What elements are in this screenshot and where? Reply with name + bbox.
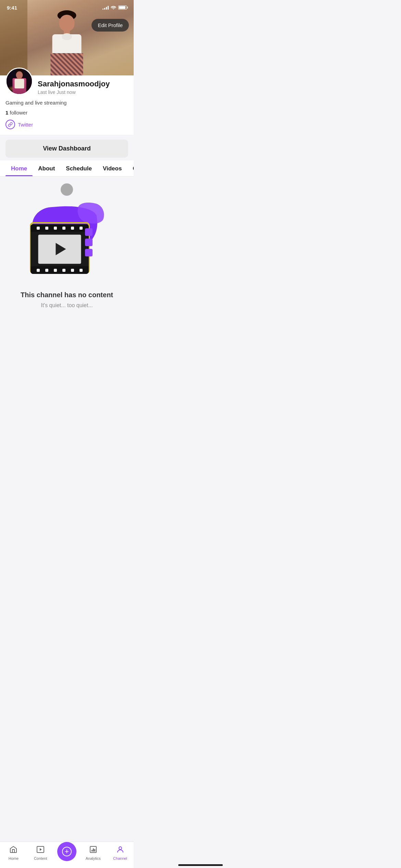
tab-about[interactable]: About <box>33 160 60 176</box>
twitter-label: Twitter <box>18 122 33 128</box>
tabs: Home About Schedule Videos Cl... <box>0 160 134 177</box>
empty-illustration: This channel has no content It's quiet..… <box>21 206 113 309</box>
username: Sarahjonasmoodjoy <box>38 80 128 88</box>
twitter-link[interactable]: Twitter <box>5 120 128 129</box>
status-bar: 9:41 <box>0 0 134 15</box>
scroll-indicator <box>61 183 73 196</box>
avatar <box>5 68 33 95</box>
edit-profile-button[interactable]: Edit Profile <box>92 19 129 32</box>
empty-subtitle: It's quiet... too quiet... <box>41 302 93 309</box>
view-dashboard-button[interactable]: View Dashboard <box>5 140 128 158</box>
battery-icon <box>118 5 127 10</box>
username-block: Sarahjonasmoodjoy Last live Just now <box>38 80 128 95</box>
profile-header: Sarahjonasmoodjoy Last live Just now <box>5 75 128 95</box>
status-time: 9:41 <box>7 5 17 11</box>
bio: Gaming and live streaming <box>5 99 128 106</box>
film-icon <box>26 206 108 281</box>
wifi-icon <box>111 5 116 10</box>
last-live: Last live Just now <box>38 89 128 95</box>
signal-icon <box>102 5 109 10</box>
tab-clips[interactable]: Cl... <box>127 160 134 176</box>
followers-count: 1 follower <box>5 110 128 116</box>
profile-section: Sarahjonasmoodjoy Last live Just now Gam… <box>0 75 134 135</box>
content-area: This channel has no content It's quiet..… <box>0 177 134 343</box>
tab-home[interactable]: Home <box>5 160 33 176</box>
status-icons <box>102 5 127 10</box>
tab-schedule[interactable]: Schedule <box>60 160 97 176</box>
tab-videos[interactable]: Videos <box>97 160 127 176</box>
empty-title: This channel has no content <box>21 291 113 299</box>
social-link-icon <box>5 120 15 129</box>
